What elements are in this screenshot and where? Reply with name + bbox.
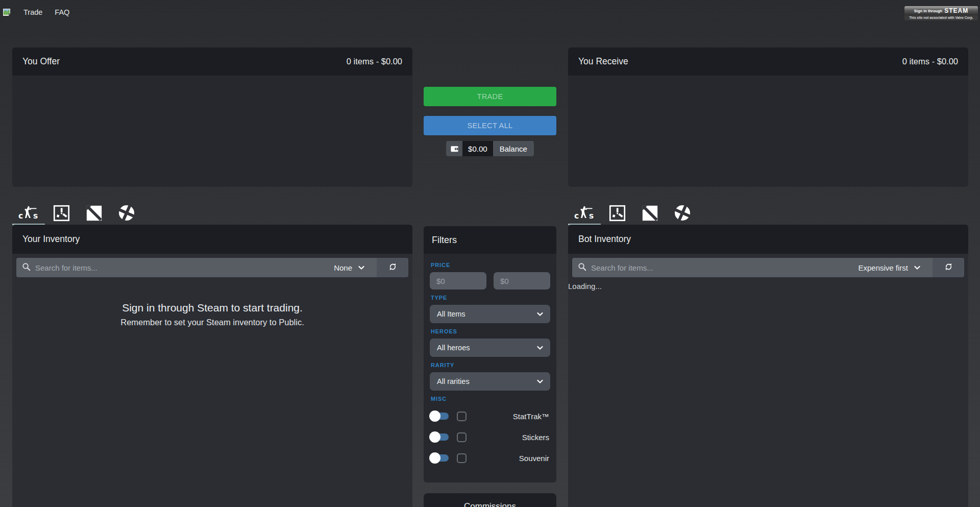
you-offer-panel: You Offer 0 items - $0.00 [12, 47, 412, 187]
balance-chip: $0.00 Balance [424, 141, 556, 156]
chevron-down-icon [537, 343, 543, 352]
souvenir-checkbox[interactable] [457, 453, 467, 463]
price-max-input[interactable] [494, 272, 550, 289]
toggle-knob [429, 452, 440, 464]
steam-signin-top: Sign in through STEAM [904, 6, 978, 15]
bot-tab-rust[interactable] [601, 202, 633, 225]
commissions-panel: Commissions [424, 493, 556, 507]
signin-message-title: Sign in through Steam to start trading. [12, 302, 412, 314]
your-inventory-sort-value[interactable]: None [334, 263, 352, 272]
chevron-down-icon[interactable] [914, 265, 920, 270]
stickers-label: Stickers [522, 433, 549, 442]
search-icon [577, 262, 587, 274]
bot-inventory-refresh-button[interactable] [933, 258, 964, 277]
nav-link-faq[interactable]: FAQ [55, 8, 69, 16]
stattrak-label: StatTrak™ [513, 412, 549, 421]
you-receive-summary: 0 items - $0.00 [902, 57, 958, 66]
top-navbar: Trade FAQ Sign in through STEAM This sit… [0, 0, 980, 25]
rarity-filter-value: All rarities [437, 377, 537, 385]
filters-header: Filters [424, 226, 556, 254]
your-inventory-title: Your Inventory [22, 234, 80, 245]
tab-csgo[interactable]: c s [12, 202, 45, 225]
bot-tab-dota2[interactable] [633, 202, 666, 225]
wallet-icon [446, 141, 462, 156]
misc-row-souvenir: Souvenir [430, 451, 549, 465]
you-offer-summary: 0 items - $0.00 [347, 57, 402, 66]
bot-tab-tf2[interactable] [666, 202, 699, 225]
souvenir-label: Souvenir [519, 454, 549, 463]
toggle-knob [429, 431, 440, 443]
stattrak-toggle[interactable] [430, 411, 449, 422]
bot-inventory-loading-status: Loading... [568, 282, 968, 291]
you-receive-header: You Receive 0 items - $0.00 [568, 47, 968, 76]
steam-brand-text: STEAM [944, 7, 968, 14]
tab-rust[interactable] [45, 202, 78, 225]
rarity-filter-label: RARITY [431, 362, 550, 368]
you-receive-panel: You Receive 0 items - $0.00 [568, 47, 968, 187]
trade-button[interactable]: TRADE [424, 87, 556, 106]
balance-label: Balance [493, 141, 534, 156]
misc-row-stickers: Stickers [430, 430, 549, 444]
rust-icon [53, 205, 70, 222]
heroes-filter-label: HEROES [431, 328, 550, 334]
steam-signin-prefix: Sign in through [914, 9, 942, 13]
price-filter-label: PRICE [431, 262, 550, 268]
bot-inventory-panel: Bot Inventory Expensive first [568, 225, 968, 507]
you-receive-title: You Receive [578, 56, 628, 67]
csgo-icon: c s [18, 204, 39, 222]
chevron-down-icon [537, 377, 543, 386]
dota2-icon [642, 205, 658, 222]
svg-text:s: s [589, 211, 594, 221]
your-inventory-panel: Your Inventory None [12, 225, 412, 507]
your-inventory-header: Your Inventory [12, 225, 412, 254]
your-inventory-search-row: None [16, 258, 408, 277]
bot-inventory-header: Bot Inventory [568, 225, 968, 254]
type-filter-value: All Items [437, 310, 537, 318]
signin-message-subtitle: Remember to set your Steam inventory to … [12, 318, 412, 327]
heroes-filter-select[interactable]: All heroes [430, 339, 550, 357]
tab-tf2[interactable] [110, 202, 143, 225]
steam-signin-button[interactable]: Sign in through STEAM This site not asso… [904, 6, 978, 20]
souvenir-toggle[interactable] [430, 452, 449, 464]
type-filter-label: TYPE [431, 295, 550, 301]
refresh-icon [388, 262, 398, 274]
nav-link-trade[interactable]: Trade [23, 8, 42, 16]
bot-inventory-sort-value[interactable]: Expensive first [858, 263, 908, 272]
misc-row-stattrak: StatTrak™ [430, 409, 549, 423]
price-inputs-row [430, 272, 550, 289]
tab-dota2[interactable] [78, 202, 110, 225]
svg-text:s: s [33, 211, 38, 221]
select-all-button[interactable]: SELECT ALL [424, 116, 556, 135]
stickers-checkbox[interactable] [457, 432, 467, 442]
heroes-filter-value: All heroes [437, 344, 537, 352]
your-inventory-refresh-button[interactable] [377, 258, 408, 277]
bot-inventory-search-bar: Expensive first [572, 258, 933, 277]
filters-body: PRICE TYPE All Items HEROES All heroes R… [424, 254, 556, 465]
balance-chip-inner[interactable]: $0.00 Balance [446, 141, 534, 156]
stickers-toggle[interactable] [430, 431, 449, 443]
filters-title: Filters [432, 235, 457, 246]
stattrak-checkbox[interactable] [457, 412, 467, 421]
your-inventory-search-input[interactable] [35, 263, 334, 272]
you-offer-title: You Offer [22, 56, 60, 67]
price-min-input[interactable] [430, 272, 486, 289]
rarity-filter-select[interactable]: All rarities [430, 372, 550, 391]
bot-inventory-search-input[interactable] [591, 263, 858, 272]
chevron-down-icon[interactable] [358, 265, 364, 270]
your-game-tabs: c s [12, 202, 143, 225]
bot-game-tabs: c s [568, 202, 699, 225]
tf2-icon [673, 204, 692, 222]
toggle-knob [429, 411, 440, 422]
svg-text:c: c [18, 211, 23, 221]
refresh-icon [944, 262, 953, 274]
bot-tab-csgo[interactable]: c s [568, 202, 601, 225]
signin-message: Sign in through Steam to start trading. … [12, 302, 412, 327]
svg-text:c: c [574, 211, 579, 221]
your-inventory-search-bar: None [16, 258, 377, 277]
tf2-icon [117, 204, 136, 222]
you-offer-header: You Offer 0 items - $0.00 [12, 47, 412, 76]
type-filter-select[interactable]: All Items [430, 305, 550, 323]
bot-inventory-title: Bot Inventory [578, 234, 631, 245]
steam-disclaimer: This site not associated with Valve Corp… [904, 15, 978, 20]
misc-filter-label: MISC [431, 396, 550, 402]
